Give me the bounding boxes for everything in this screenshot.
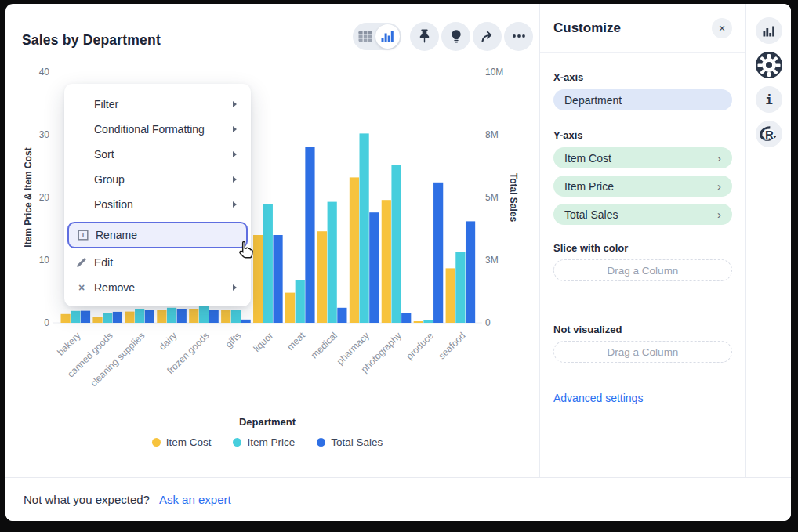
svg-text:30: 30 [39, 129, 50, 140]
y-axis-pills: Item Cost›Item Price›Total Sales› [540, 147, 745, 232]
legend-dot-icon [233, 438, 241, 447]
not-visualized-label: Not visualized [553, 324, 622, 335]
chevron-right-icon: › [717, 152, 721, 164]
x-axis-label: X-axis [553, 71, 583, 83]
svg-text:40: 40 [39, 67, 50, 78]
not-visualized-dropzone-label: Drag a Column [608, 346, 679, 358]
svg-text:produce: produce [404, 330, 436, 362]
menu-item-label: Rename [96, 229, 137, 241]
page-title: Sales by Department [22, 32, 161, 49]
menu-item-position[interactable]: Position [64, 192, 251, 217]
y-axis-pill-item-cost[interactable]: Item Cost› [553, 147, 732, 168]
context-menu: FilterConditional FormattingSortGroupPos… [64, 84, 251, 306]
info-icon: i [765, 92, 773, 107]
customize-header: Customize × [540, 4, 745, 53]
share-icon [479, 28, 496, 44]
ask-an-expert-link[interactable]: Ask an expert [159, 493, 231, 506]
submenu-caret-icon [233, 126, 237, 132]
submenu-caret-icon [233, 151, 237, 157]
app-window: Sales by Department 40302010010M8M5M3M0I… [5, 4, 791, 521]
menu-item-rename[interactable]: TRename [67, 222, 248, 248]
slice-dropzone-label: Drag a Column [608, 265, 679, 277]
view-toggle[interactable] [353, 23, 401, 50]
y-axis-pill-item-price[interactable]: Item Price› [553, 176, 732, 197]
chevron-right-icon: › [717, 180, 721, 192]
not-visualized-dropzone[interactable]: Drag a Column [553, 341, 732, 363]
side-icon-rail: i R [747, 4, 791, 477]
edit-icon [75, 256, 88, 269]
r-logo-button[interactable]: R [756, 121, 782, 147]
toolbar [353, 21, 533, 51]
legend-item-item-cost: Item Cost [152, 436, 212, 448]
submenu-caret-icon [233, 176, 237, 183]
menu-item-sort[interactable]: Sort [64, 142, 251, 167]
svg-text:0: 0 [44, 317, 49, 328]
table-icon[interactable] [358, 31, 372, 42]
svg-text:liquor: liquor [251, 330, 275, 354]
cursor-pointer [235, 239, 256, 260]
menu-item-label: Conditional Formatting [94, 123, 205, 136]
svg-text:Item Price & Item Cost: Item Price & Item Cost [23, 147, 34, 247]
pin-icon [417, 28, 432, 44]
menu-item-conditional-formatting[interactable]: Conditional Formatting [64, 117, 251, 142]
x-axis-pill-label: Department [564, 94, 622, 107]
y-axis-pill-total-sales[interactable]: Total Sales› [553, 204, 732, 225]
lightbulb-icon [448, 28, 464, 44]
svg-text:10M: 10M [485, 67, 503, 78]
legend-dot-icon [152, 438, 161, 447]
legend-label: Item Price [247, 436, 295, 448]
svg-text:8M: 8M [485, 129, 499, 140]
svg-text:20: 20 [39, 192, 50, 203]
menu-item-label: Edit [94, 256, 113, 269]
x-axis-pill-department[interactable]: Department [553, 89, 732, 110]
y-axis-pill-label: Item Cost [564, 152, 611, 165]
chart-view-button[interactable] [756, 17, 782, 44]
menu-item-label: Sort [94, 148, 114, 161]
y-axis-pill-label: Item Price [564, 180, 614, 193]
menu-item-group[interactable]: Group [64, 167, 251, 192]
svg-text:0: 0 [485, 317, 491, 328]
remove-icon: × [75, 281, 88, 294]
menu-item-remove[interactable]: ×Remove [64, 275, 251, 300]
bar-chart-icon[interactable] [375, 24, 400, 49]
menu-item-label: Filter [94, 98, 118, 110]
customize-panel: Customize × X-axis Department Y-axis Ite… [539, 4, 746, 477]
x-axis-title: Department [59, 416, 476, 428]
footer-question: Not what you expected? [24, 493, 150, 506]
chart-legend: Department Item CostItem PriceTotal Sale… [59, 416, 476, 448]
legend-dot-icon [317, 438, 325, 447]
svg-text:meat: meat [285, 330, 307, 353]
customize-title: Customize [553, 20, 621, 36]
slice-dropzone[interactable]: Drag a Column [553, 259, 732, 281]
pin-button[interactable] [410, 22, 439, 51]
advanced-settings-link[interactable]: Advanced settings [553, 392, 643, 404]
menu-item-label: Group [94, 173, 125, 186]
ellipsis-icon [510, 28, 528, 44]
svg-text:seafood: seafood [437, 330, 468, 361]
more-button[interactable] [504, 22, 533, 51]
svg-text:R: R [765, 128, 774, 141]
footer-bar: Not what you expected? Ask an expert [5, 477, 791, 521]
legend-label: Total Sales [331, 436, 383, 448]
legend-label: Item Cost [166, 436, 212, 448]
screenshot-frame: Sales by Department 40302010010M8M5M3M0I… [0, 0, 798, 532]
y-axis-label: Y-axis [553, 129, 583, 141]
bar-chart-icon [763, 25, 775, 37]
svg-text:3M: 3M [485, 255, 499, 266]
gear-icon[interactable] [756, 52, 782, 78]
insights-button[interactable] [441, 22, 470, 51]
menu-item-filter[interactable]: Filter [64, 92, 251, 117]
svg-text:10: 10 [39, 255, 50, 266]
close-icon[interactable]: × [712, 18, 732, 38]
share-button[interactable] [473, 22, 502, 51]
svg-text:cleaning supplies: cleaning supplies [88, 330, 147, 389]
info-button[interactable]: i [756, 86, 782, 113]
slice-with-color-label: Slice with color [553, 242, 628, 254]
y-axis-pill-label: Total Sales [564, 208, 618, 221]
legend-item-total-sales: Total Sales [317, 436, 383, 448]
submenu-caret-icon [233, 201, 237, 208]
svg-text:Total Sales: Total Sales [508, 173, 519, 223]
menu-item-edit[interactable]: Edit [64, 250, 251, 275]
chevron-right-icon: › [717, 208, 721, 220]
legend-item-item-price: Item Price [233, 436, 295, 448]
